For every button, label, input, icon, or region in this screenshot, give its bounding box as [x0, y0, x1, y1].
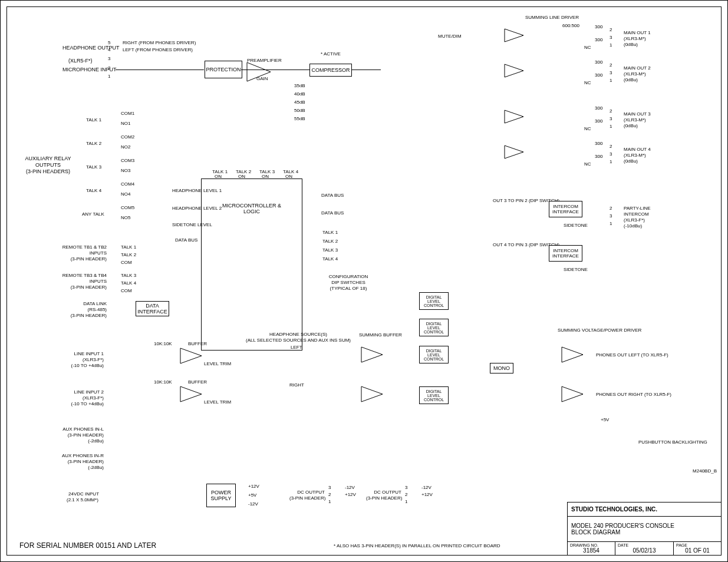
databus-r2: DATA BUS [321, 210, 344, 216]
talk4-label: TALK 4 [86, 188, 101, 193]
r-talk4: TALK 4 [121, 280, 136, 286]
mo3-p1: 1 [610, 124, 612, 129]
mcu-block: MICROCONTROLLER & LOGIC [201, 178, 302, 351]
datalink-b: (3-PIN HEADER) [57, 313, 107, 318]
r300-4a: 300 [595, 141, 602, 146]
sumline-amp3 [505, 110, 523, 125]
dcout2-2: 2 [405, 492, 407, 497]
r300-1b: 300 [595, 37, 602, 42]
mcu-on4: ON [285, 174, 292, 179]
talk-r1: TALK 1 [322, 230, 338, 235]
mo4-p2: 2 [610, 144, 612, 149]
nc3: NC [584, 126, 591, 131]
svg-marker-8 [505, 146, 523, 158]
datalink-t: DATA LINK [57, 301, 107, 306]
svg-marker-2 [180, 386, 202, 402]
dlc2: DIGITAL LEVEL CONTROL [419, 319, 449, 336]
company-name: STUDIO TECHNOLOGIES, INC. [568, 503, 721, 516]
leveltrim2: LEVEL TRIM [204, 399, 231, 405]
buffer1-amp [180, 348, 202, 366]
pin1: 1 [108, 74, 110, 79]
svg-marker-7 [505, 110, 523, 123]
r300-4b: 300 [595, 154, 602, 159]
remote34-b: (3-PIN HEADER) [57, 285, 107, 290]
pbb: PUSHBUTTON BACKLIGHTING [638, 439, 674, 445]
dcout1-n12: -12V [345, 485, 355, 490]
pin2: 2 [108, 65, 110, 71]
com4: COM4 [121, 181, 134, 187]
line1-t: LINE INPUT 1 [62, 351, 104, 356]
aux-relay-title: AUXILIARY RELAY [23, 156, 73, 161]
mo3-p3: 3 [610, 116, 612, 121]
p5v: +5V [601, 417, 609, 422]
svg-marker-4 [361, 386, 383, 402]
datalink-m: (RS-485) [57, 307, 107, 312]
dcin-t: 24VDC INPUT [68, 491, 99, 497]
pl-l: (-10dBu) [624, 223, 642, 229]
dcout1-3: 3 [328, 485, 331, 490]
r-com1: COM [121, 260, 132, 265]
dlc2-text: DIGITAL LEVEL CONTROL [420, 322, 448, 334]
com3: COM3 [121, 158, 134, 163]
mo3-p2: 2 [610, 108, 612, 114]
mono-text: MONO [493, 365, 510, 371]
svg-marker-9 [562, 347, 583, 362]
date-val: 05/02/13 [618, 547, 671, 554]
auxr-t: AUX PHONES IN-R [57, 453, 104, 458]
r300-2b: 300 [595, 72, 602, 78]
sumline-amp2 [505, 64, 523, 80]
sumline-amp4 [505, 146, 523, 161]
ps-block: POWER SUPPLY [206, 484, 236, 507]
protection-block: PROTECTION [205, 61, 242, 78]
hplvl2: HEADPHONE LEVEL 2 [172, 206, 200, 211]
pin3: 3 [108, 56, 110, 61]
intercom2-text: INTERCOM INTERFACE [549, 248, 582, 259]
r300-3a: 300 [595, 105, 602, 111]
dlc4: DIGITAL LEVEL CONTROL [419, 386, 449, 404]
mo1-p1: 1 [610, 42, 612, 48]
mo2-p3: 3 [610, 70, 612, 75]
sumvp-amp-r [562, 386, 583, 404]
auxr-b: (-2dBu) [57, 465, 104, 470]
svg-marker-1 [180, 348, 202, 363]
line1-b: (-10 TO +4dBu) [62, 363, 104, 368]
mo1-c: (XLR3-M*) [624, 36, 646, 41]
com5: COM5 [121, 205, 134, 210]
mo3-c: (XLR3-M*) [624, 117, 646, 123]
dcout2-n12: -12V [421, 485, 431, 490]
pin5: 5 [108, 40, 110, 45]
talk-r2: TALK 2 [322, 239, 338, 244]
svg-marker-3 [361, 347, 383, 362]
dcout2-b: (3-PIN HEADER) [366, 495, 401, 501]
p12: +12V [248, 484, 259, 489]
aux-relay-headers: (3-PIN HEADERS) [23, 168, 73, 174]
mo2-l: (0dBu) [624, 77, 638, 82]
dcout1-2: 2 [328, 492, 331, 497]
auxl-b: (-2dBu) [57, 438, 104, 444]
mcu-on2: ON [238, 174, 245, 179]
dcout1-b: (3-PIN HEADER) [289, 495, 325, 501]
dlc1-text: DIGITAL LEVEL CONTROL [420, 295, 448, 308]
mo1-t: MAIN OUT 1 [624, 30, 651, 35]
leveltrim1: LEVEL TRIM [204, 361, 231, 366]
mono-block: MONO [490, 363, 513, 373]
mo2-c: (XLR3-M*) [624, 71, 646, 77]
nc4: NC [584, 161, 591, 167]
line2-m: (XLR3-F*) [62, 395, 104, 401]
mo1-l: (0dBu) [624, 42, 638, 47]
sidetone1: SIDETONE [564, 223, 588, 228]
intercom2: INTERCOM INTERFACE [549, 245, 582, 262]
pl-t: PARTY-LINE [624, 206, 651, 211]
r300-2a: 300 [595, 59, 602, 65]
datai-text: DATA INTERFACE [136, 303, 169, 315]
pol: PHONES OUT LEFT (TO XLR5-F) [596, 352, 668, 358]
n12: -12V [248, 501, 258, 507]
aux-relay-outputs: OUTPUTS [23, 162, 73, 168]
sumbuf-label: SUMMING BUFFER [359, 332, 386, 338]
auxr-m: (3-PIN HEADER) [57, 459, 104, 464]
cfg-t: CONFIGURATION [328, 274, 369, 279]
mo3-t: MAIN OUT 3 [624, 111, 651, 117]
hplvl1: HEADPHONE LEVEL 1 [172, 188, 200, 193]
g45: 45dB [294, 100, 305, 105]
no1: NO1 [121, 121, 130, 126]
